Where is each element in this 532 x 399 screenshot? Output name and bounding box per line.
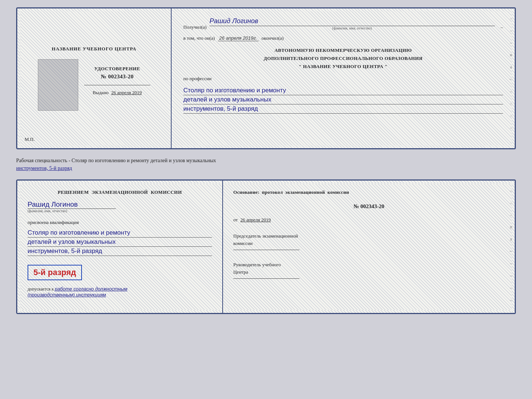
allowed-text-row: допускается к работе согласно должностны… [28, 286, 212, 298]
top-document-card: НАЗВАНИЕ УЧЕБНОГО ЦЕНТРА УДОСТОВЕРЕНИЕ №… [16, 7, 516, 149]
basis-label: Основание: протокол экзаменационной коми… [233, 189, 504, 195]
top-right-panel: Получил(а) Рашид Логинов (фамилия, имя, … [172, 8, 515, 148]
qual-line1: Столяр по изготовлению и ремонту [28, 229, 212, 238]
bottom-name-sub-label: (фамилия, имя, отчество) [28, 209, 67, 213]
qualification-lines: Столяр по изготовлению и ремонту деталей… [28, 229, 212, 257]
bottom-right-margin-dashes: – – – и а ← – – – – [507, 181, 515, 313]
org-block: АВТОНОМНУЮ НЕКОММЕРЧЕСКУЮ ОРГАНИЗАЦИЮ ДО… [183, 46, 503, 71]
bottom-document-card: Решением экзаменационной комиссии Рашид … [16, 179, 516, 314]
bottom-person-name: Рашид Логинов [28, 200, 78, 209]
director-block: Руководитель учебного Центра [233, 261, 504, 279]
assigned-label: присвоена квалификация [28, 220, 212, 225]
bottom-right-panel: Основание: протокол экзаменационной коми… [223, 181, 515, 313]
allowed-text2-italic: (производственным) инструкциям [28, 292, 106, 298]
photo-placeholder [38, 59, 78, 111]
issued-date: 26 апреля 2019 [111, 90, 142, 95]
director-sign-line [233, 278, 299, 279]
bottom-left-panel: Решением экзаменационной комиссии Рашид … [17, 181, 223, 313]
chairman-block: Председатель экзаменационной комиссии [233, 232, 504, 250]
cert-label: УДОСТОВЕРЕНИЕ № 002343-20 [94, 65, 140, 81]
recipient-row: Получил(а) Рашид Логинов (фамилия, имя, … [183, 17, 503, 30]
qual-line3: инструментов, 5-й разряд [28, 247, 212, 256]
name-sub-label: (фамилия, имя, отчество) [209, 26, 495, 30]
received-label: Получил(а) [183, 24, 206, 30]
mp-label: М.П. [25, 136, 35, 142]
from-date: 26 апреля 2019 [240, 217, 271, 222]
specialty-caption: Рабочая специальность - Столяр по изгото… [16, 155, 516, 174]
decision-text: Решением экзаменационной комиссии [28, 189, 212, 195]
director-label: Руководитель учебного Центра [233, 261, 504, 275]
qual-line2: деталей и узлов музыкальных [28, 238, 212, 247]
specialty-text: Рабочая специальность - Столяр по изгото… [16, 158, 216, 163]
profession-lines: Столяр по изготовлению и ремонту деталей… [183, 87, 503, 114]
recipient-name: Рашид Логинов [209, 17, 495, 26]
cert-number: № 002343-20 [101, 74, 133, 79]
chairman-label: Председатель экзаменационной комиссии [233, 232, 504, 247]
chairman-sign-line [233, 250, 299, 250]
stamp-area: 5-й разряд [28, 263, 212, 280]
from-date-row: от 26 апреля 2019 [233, 217, 504, 223]
allowed-text-italic: работе согласно должностным [55, 286, 127, 292]
stamp-box: 5-й разряд [28, 265, 82, 280]
completed-row: в том, что он(а) 26 апреля 2019г. окончи… [183, 35, 503, 41]
profession-line1: Столяр по изготовлению и ремонту [183, 87, 503, 95]
completed-label: в том, что он(а) [183, 35, 215, 41]
profession-line2: деталей и узлов музыкальных [183, 96, 503, 104]
issued-date-row: Выдано 26 апреля 2019 [93, 90, 141, 96]
completed-suffix: окончил(а) [262, 35, 284, 41]
stamp-text: 5-й разряд [33, 268, 76, 277]
right-margin-dashes: – – – и а ← – – – – [507, 8, 515, 148]
specialty-text2: инструментов, 5-й разряд [16, 165, 72, 171]
protocol-number: № 002343-20 [233, 203, 504, 210]
top-left-panel: НАЗВАНИЕ УЧЕБНОГО ЦЕНТРА УДОСТОВЕРЕНИЕ №… [17, 8, 172, 148]
top-left-center-title: НАЗВАНИЕ УЧЕБНОГО ЦЕНТРА [52, 46, 137, 52]
completed-date: 26 апреля 2019г. [218, 35, 259, 41]
profession-label: по профессии [183, 76, 503, 82]
profession-line3: инструментов, 5-й разряд [183, 105, 503, 114]
